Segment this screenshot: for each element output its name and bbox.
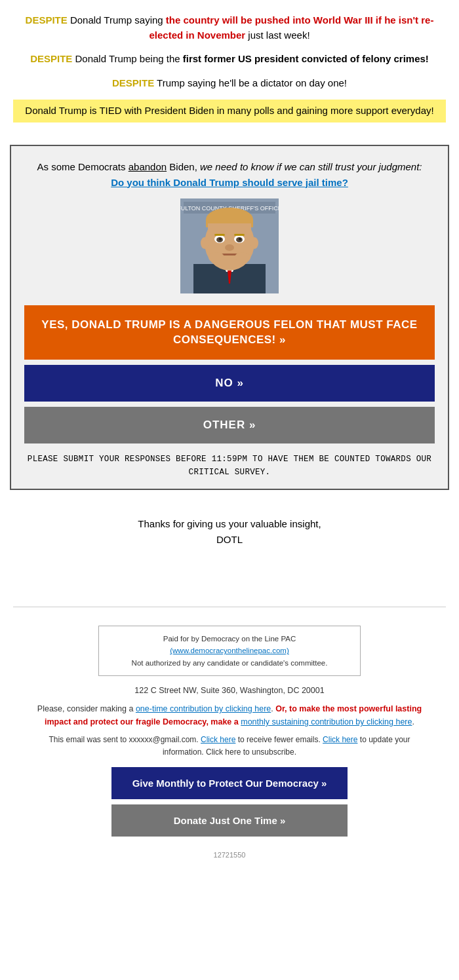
thanks-section: Thanks for giving us your valuable insig…	[0, 503, 459, 554]
despite3-text: Trump saying he'll be a dictator on day …	[154, 77, 347, 88]
footer-paid-box: Paid for by Democracy on the Line PAC (w…	[98, 626, 361, 676]
mugshot-container: FULTON COUNTY SHERIFF'S OFFICE	[24, 198, 435, 296]
despite2-text: Donald Trump being the	[72, 53, 182, 64]
despite1-end: just last week!	[245, 29, 309, 41]
survey-box: As some Democrats abandon Biden, we need…	[10, 145, 449, 491]
intro-cont: Biden,	[167, 161, 200, 172]
update-info-link[interactable]: Click here	[323, 735, 357, 744]
monthly-link[interactable]: monthly sustaining contribution by click…	[241, 717, 412, 726]
submit-notice: PLEASE SUBMIT YOUR RESPONSES BEFORE 11:5…	[24, 453, 435, 479]
jail-time-link[interactable]: Do you think Donald Trump should serve j…	[111, 177, 348, 188]
thanks-line1: Thanks for giving us your valuable insig…	[13, 516, 446, 532]
despite1-text: Donald Trump saying	[68, 14, 166, 26]
spacer	[0, 554, 459, 607]
despite2-bold: first former US president convicted of f…	[183, 53, 429, 64]
svg-point-19	[225, 244, 234, 251]
thanks-line2: DOTL	[13, 532, 446, 548]
one-time-link[interactable]: one-time contribution by clicking here	[136, 704, 271, 713]
footer-address: 122 C Street NW, Suite 360, Washington, …	[13, 684, 446, 697]
svg-point-21	[201, 237, 209, 249]
footer-id: 12721550	[13, 844, 446, 868]
mugshot-svg: FULTON COUNTY SHERIFF'S OFFICE	[180, 198, 279, 293]
give-monthly-button[interactable]: Give Monthly to Protect Our Democracy »	[111, 767, 348, 799]
paid-line3: Not authorized by any candidate or candi…	[132, 659, 328, 667]
other-button[interactable]: OTHER »	[24, 407, 435, 443]
svg-point-22	[250, 237, 258, 249]
trump-mugshot: FULTON COUNTY SHERIFF'S OFFICE	[180, 198, 279, 293]
svg-point-16	[239, 238, 241, 240]
highlight-text: Donald Trump is TIED with President Bide…	[13, 100, 446, 122]
abandon-text: abandon	[129, 161, 167, 172]
yes-button[interactable]: YES, DONALD TRUMP IS A DANGEROUS FELON T…	[24, 305, 435, 360]
survey-intro: As some Democrats abandon Biden, we need…	[24, 159, 435, 191]
footer-contribute: Please, consider making a one-time contr…	[26, 702, 433, 728]
footer-email-notice: This email was sent to xxxxxx@gmail.com.…	[33, 734, 426, 759]
donate-once-button[interactable]: Donate Just One Time »	[111, 804, 348, 837]
svg-point-15	[219, 238, 222, 240]
despite1-label: DESPITE	[26, 14, 68, 26]
svg-rect-17	[214, 234, 225, 236]
intro-text: As some Democrats	[37, 161, 129, 172]
fewer-emails-link[interactable]: Click here	[201, 735, 235, 744]
svg-point-25	[216, 259, 243, 269]
despite2-label: DESPITE	[30, 53, 72, 64]
no-button[interactable]: NO »	[24, 365, 435, 402]
svg-rect-10	[208, 223, 251, 233]
intro-italic: we need to know if we can still trust yo…	[200, 161, 422, 172]
paid-line1: Paid for by Democracy on the Line PAC	[163, 635, 296, 643]
paid-link[interactable]: (www.democracyonthelinepac.com)	[170, 647, 289, 654]
svg-rect-18	[234, 234, 245, 236]
despite3-label: DESPITE	[112, 77, 154, 88]
footer-section: Paid for by Democracy on the Line PAC (w…	[0, 607, 459, 878]
